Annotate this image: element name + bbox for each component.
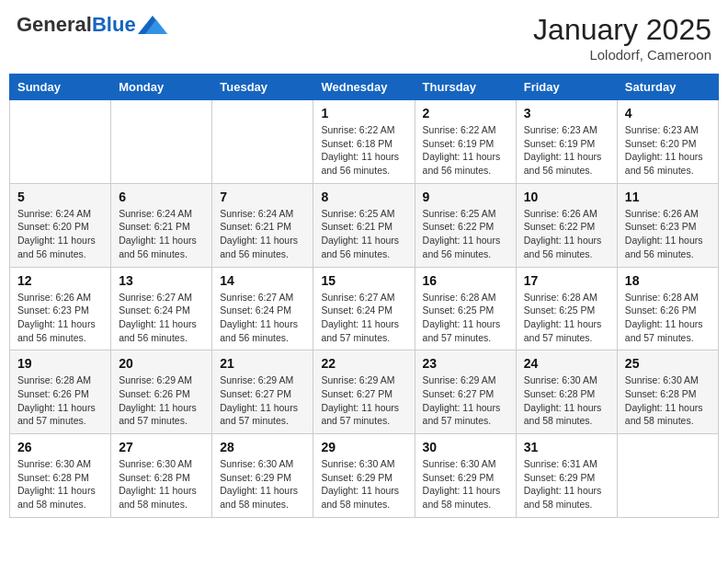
day-cell: 20Sunrise: 6:29 AM Sunset: 6:26 PM Dayli…	[111, 350, 212, 434]
day-cell: 30Sunrise: 6:30 AM Sunset: 6:29 PM Dayli…	[415, 434, 516, 518]
day-info: Sunrise: 6:30 AM Sunset: 6:28 PM Dayligh…	[17, 457, 103, 511]
weekday-header-tuesday: Tuesday	[212, 75, 313, 100]
day-info: Sunrise: 6:30 AM Sunset: 6:28 PM Dayligh…	[524, 373, 609, 428]
day-number: 18	[625, 273, 711, 288]
weekday-header-friday: Friday	[516, 75, 617, 100]
day-info: Sunrise: 6:26 AM Sunset: 6:23 PM Dayligh…	[625, 207, 711, 261]
day-cell: 23Sunrise: 6:29 AM Sunset: 6:27 PM Dayli…	[415, 350, 516, 434]
day-number: 9	[423, 190, 508, 204]
day-cell: 28Sunrise: 6:30 AM Sunset: 6:29 PM Dayli…	[212, 434, 313, 518]
day-number: 29	[321, 440, 406, 454]
day-number: 25	[625, 356, 711, 371]
day-number: 31	[524, 440, 609, 454]
day-cell: 25Sunrise: 6:30 AM Sunset: 6:28 PM Dayli…	[617, 350, 718, 434]
day-info: Sunrise: 6:23 AM Sunset: 6:20 PM Dayligh…	[625, 123, 711, 178]
day-number: 16	[423, 273, 508, 288]
day-cell: 6Sunrise: 6:24 AM Sunset: 6:21 PM Daylig…	[111, 183, 212, 267]
day-number: 11	[625, 190, 711, 204]
day-number: 5	[17, 190, 103, 204]
day-number: 24	[524, 356, 609, 371]
weekday-header-monday: Monday	[111, 75, 212, 100]
day-number: 28	[220, 440, 305, 454]
day-number: 21	[220, 356, 305, 371]
day-cell: 5Sunrise: 6:24 AM Sunset: 6:20 PM Daylig…	[10, 183, 111, 267]
day-number: 3	[524, 106, 609, 121]
day-number: 12	[17, 273, 103, 288]
day-cell	[111, 100, 212, 184]
day-number: 1	[321, 106, 406, 121]
week-row-1: 1Sunrise: 6:22 AM Sunset: 6:18 PM Daylig…	[10, 100, 719, 184]
location: Lolodorf, Cameroon	[533, 47, 711, 63]
day-cell: 11Sunrise: 6:26 AM Sunset: 6:23 PM Dayli…	[617, 183, 718, 267]
weekday-header-thursday: Thursday	[415, 75, 516, 100]
day-cell: 14Sunrise: 6:27 AM Sunset: 6:24 PM Dayli…	[212, 267, 313, 350]
day-number: 20	[119, 356, 204, 371]
day-info: Sunrise: 6:29 AM Sunset: 6:27 PM Dayligh…	[220, 373, 305, 428]
day-info: Sunrise: 6:23 AM Sunset: 6:19 PM Dayligh…	[524, 123, 609, 178]
day-number: 22	[321, 356, 406, 371]
day-info: Sunrise: 6:26 AM Sunset: 6:22 PM Dayligh…	[524, 207, 609, 261]
logo: General Blue	[17, 13, 167, 37]
day-info: Sunrise: 6:27 AM Sunset: 6:24 PM Dayligh…	[321, 291, 406, 345]
day-cell: 19Sunrise: 6:28 AM Sunset: 6:26 PM Dayli…	[10, 350, 111, 434]
day-cell: 26Sunrise: 6:30 AM Sunset: 6:28 PM Dayli…	[10, 434, 111, 518]
day-cell	[212, 100, 313, 184]
day-number: 4	[625, 106, 711, 121]
day-info: Sunrise: 6:26 AM Sunset: 6:23 PM Dayligh…	[17, 291, 103, 345]
day-number: 13	[119, 273, 204, 288]
day-cell: 18Sunrise: 6:28 AM Sunset: 6:26 PM Dayli…	[617, 267, 718, 350]
day-info: Sunrise: 6:27 AM Sunset: 6:24 PM Dayligh…	[119, 291, 204, 345]
day-number: 26	[17, 440, 103, 454]
day-info: Sunrise: 6:29 AM Sunset: 6:26 PM Dayligh…	[119, 373, 204, 428]
day-info: Sunrise: 6:24 AM Sunset: 6:20 PM Dayligh…	[17, 207, 103, 261]
logo-icon	[138, 16, 167, 34]
day-info: Sunrise: 6:24 AM Sunset: 6:21 PM Dayligh…	[220, 207, 305, 261]
day-cell: 1Sunrise: 6:22 AM Sunset: 6:18 PM Daylig…	[313, 100, 415, 184]
day-cell: 29Sunrise: 6:30 AM Sunset: 6:29 PM Dayli…	[313, 434, 415, 518]
day-cell	[10, 100, 111, 184]
day-info: Sunrise: 6:22 AM Sunset: 6:19 PM Dayligh…	[423, 123, 508, 178]
day-number: 15	[321, 273, 406, 288]
day-number: 8	[321, 190, 406, 204]
day-info: Sunrise: 6:30 AM Sunset: 6:29 PM Dayligh…	[423, 457, 508, 511]
day-cell: 24Sunrise: 6:30 AM Sunset: 6:28 PM Dayli…	[516, 350, 617, 434]
day-info: Sunrise: 6:31 AM Sunset: 6:29 PM Dayligh…	[524, 457, 609, 511]
day-cell: 16Sunrise: 6:28 AM Sunset: 6:25 PM Dayli…	[415, 267, 516, 350]
day-cell: 21Sunrise: 6:29 AM Sunset: 6:27 PM Dayli…	[212, 350, 313, 434]
day-info: Sunrise: 6:29 AM Sunset: 6:27 PM Dayligh…	[423, 373, 508, 428]
day-info: Sunrise: 6:29 AM Sunset: 6:27 PM Dayligh…	[321, 373, 406, 428]
day-info: Sunrise: 6:28 AM Sunset: 6:26 PM Dayligh…	[17, 373, 103, 428]
weekday-header-wednesday: Wednesday	[313, 75, 415, 100]
week-row-5: 26Sunrise: 6:30 AM Sunset: 6:28 PM Dayli…	[10, 434, 719, 518]
week-row-2: 5Sunrise: 6:24 AM Sunset: 6:20 PM Daylig…	[10, 183, 719, 267]
weekday-header-row: SundayMondayTuesdayWednesdayThursdayFrid…	[10, 75, 719, 100]
day-cell: 9Sunrise: 6:25 AM Sunset: 6:22 PM Daylig…	[415, 183, 516, 267]
day-number: 14	[220, 273, 305, 288]
day-info: Sunrise: 6:22 AM Sunset: 6:18 PM Dayligh…	[321, 123, 406, 178]
day-cell: 10Sunrise: 6:26 AM Sunset: 6:22 PM Dayli…	[516, 183, 617, 267]
day-number: 7	[220, 190, 305, 204]
day-cell: 7Sunrise: 6:24 AM Sunset: 6:21 PM Daylig…	[212, 183, 313, 267]
calendar-table: SundayMondayTuesdayWednesdayThursdayFrid…	[9, 74, 719, 518]
day-info: Sunrise: 6:27 AM Sunset: 6:24 PM Dayligh…	[220, 291, 305, 345]
day-info: Sunrise: 6:30 AM Sunset: 6:28 PM Dayligh…	[119, 457, 204, 511]
day-cell: 3Sunrise: 6:23 AM Sunset: 6:19 PM Daylig…	[516, 100, 617, 184]
day-info: Sunrise: 6:30 AM Sunset: 6:29 PM Dayligh…	[321, 457, 406, 511]
week-row-3: 12Sunrise: 6:26 AM Sunset: 6:23 PM Dayli…	[10, 267, 719, 350]
day-cell: 2Sunrise: 6:22 AM Sunset: 6:19 PM Daylig…	[415, 100, 516, 184]
day-number: 10	[524, 190, 609, 204]
day-info: Sunrise: 6:30 AM Sunset: 6:29 PM Dayligh…	[220, 457, 305, 511]
day-cell: 8Sunrise: 6:25 AM Sunset: 6:21 PM Daylig…	[313, 183, 415, 267]
day-info: Sunrise: 6:30 AM Sunset: 6:28 PM Dayligh…	[625, 373, 711, 428]
week-row-4: 19Sunrise: 6:28 AM Sunset: 6:26 PM Dayli…	[10, 350, 719, 434]
day-info: Sunrise: 6:24 AM Sunset: 6:21 PM Dayligh…	[119, 207, 204, 261]
day-cell: 4Sunrise: 6:23 AM Sunset: 6:20 PM Daylig…	[617, 100, 718, 184]
logo-general: General	[17, 13, 92, 37]
day-number: 23	[423, 356, 508, 371]
day-number: 19	[17, 356, 103, 371]
day-info: Sunrise: 6:28 AM Sunset: 6:25 PM Dayligh…	[423, 291, 508, 345]
day-cell: 12Sunrise: 6:26 AM Sunset: 6:23 PM Dayli…	[10, 267, 111, 350]
day-cell: 27Sunrise: 6:30 AM Sunset: 6:28 PM Dayli…	[111, 434, 212, 518]
day-cell: 31Sunrise: 6:31 AM Sunset: 6:29 PM Dayli…	[516, 434, 617, 518]
day-number: 30	[423, 440, 508, 454]
